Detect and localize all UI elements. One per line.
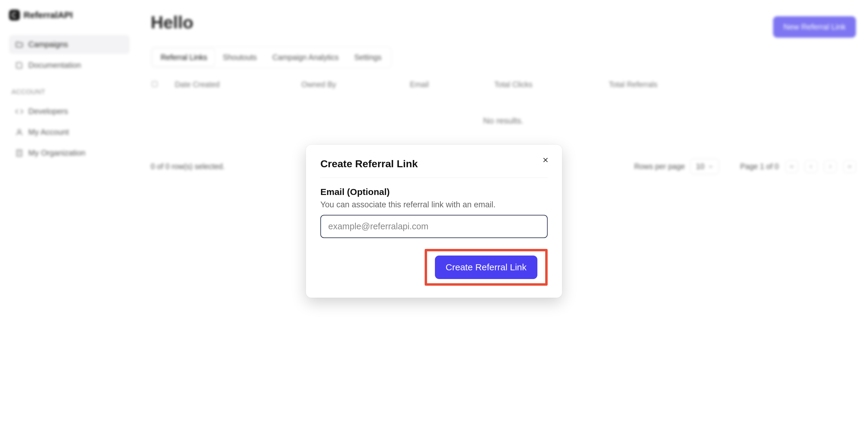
modal-close-button[interactable] bbox=[540, 155, 551, 165]
highlight-annotation: Create Referral Link bbox=[425, 249, 548, 286]
close-icon bbox=[541, 156, 550, 164]
modal-overlay[interactable]: Create Referral Link Email (Optional) Yo… bbox=[0, 0, 868, 427]
create-referral-link-button[interactable]: Create Referral Link bbox=[435, 255, 537, 279]
create-referral-link-button-label: Create Referral Link bbox=[446, 262, 527, 272]
email-label: Email (Optional) bbox=[320, 187, 548, 197]
email-hint: You can associate this referral link wit… bbox=[320, 200, 548, 209]
email-input[interactable] bbox=[320, 215, 548, 238]
modal-actions: Create Referral Link bbox=[320, 249, 548, 286]
create-referral-link-modal: Create Referral Link Email (Optional) Yo… bbox=[306, 145, 562, 298]
modal-title: Create Referral Link bbox=[320, 158, 548, 178]
